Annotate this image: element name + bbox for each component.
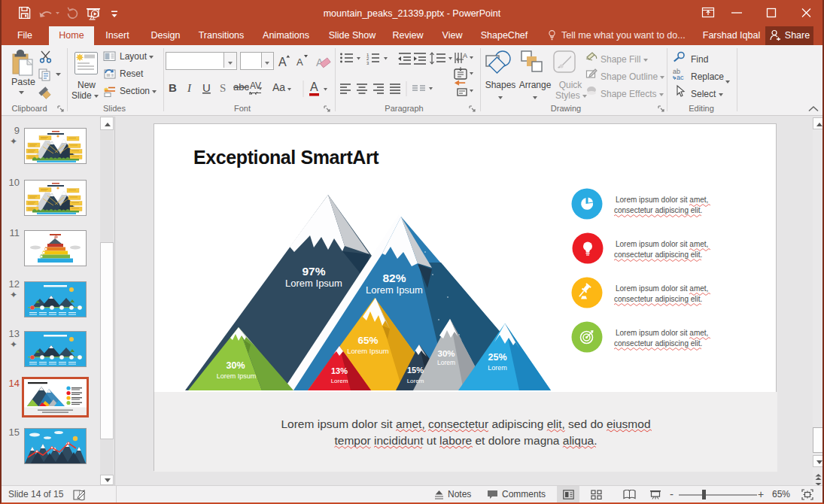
svg-text:Lorem ipsum dolor sit amet, co: Lorem ipsum dolor sit amet, consectetur …	[281, 417, 650, 430]
svg-text:82%: 82%	[382, 272, 406, 284]
svg-text:15%: 15%	[407, 366, 424, 375]
svg-text:Lorem Ipsum: Lorem Ipsum	[366, 284, 423, 296]
svg-text:Lorem ipsum dolor sit amet,: Lorem ipsum dolor sit amet,	[616, 240, 708, 248]
svg-text:AV: AV	[250, 80, 261, 91]
svg-text:abc: abc	[233, 81, 249, 93]
svg-text:30%: 30%	[226, 360, 245, 371]
svg-text:Lorem ipsum dolor sit amet,: Lorem ipsum dolor sit amet,	[616, 284, 708, 293]
svg-text:A: A	[278, 56, 287, 68]
svg-text:U: U	[202, 81, 211, 94]
svg-text:Lorem Ipsum: Lorem Ipsum	[347, 347, 389, 355]
svg-text:Paste: Paste	[11, 77, 35, 87]
svg-text:A: A	[463, 52, 467, 59]
svg-text:Lorem: Lorem	[437, 359, 455, 366]
svg-text:A: A	[310, 80, 318, 93]
svg-text:tempor incididunt ut labore et: tempor incididunt ut labore et dolore ma…	[335, 434, 597, 447]
svg-text:consectetur adipiscing elit.: consectetur adipiscing elit.	[614, 250, 702, 259]
svg-text:25%: 25%	[488, 352, 506, 363]
svg-text:S: S	[220, 82, 226, 94]
svg-text:Aa: Aa	[272, 81, 285, 93]
svg-text:65%: 65%	[357, 335, 378, 346]
svg-text:3: 3	[366, 61, 369, 65]
svg-text:97%: 97%	[302, 265, 325, 278]
svg-text:Lorem: Lorem	[407, 378, 424, 384]
svg-text:consectetur adipiscing elit.: consectetur adipiscing elit.	[614, 206, 702, 214]
svg-text:consectetur adipiscing elit.: consectetur adipiscing elit.	[614, 339, 702, 348]
svg-text:consectetur adipiscing elit.: consectetur adipiscing elit.	[614, 295, 702, 303]
svg-text:A: A	[296, 56, 303, 68]
svg-text:Lorem: Lorem	[488, 364, 507, 372]
svg-text:Lorem ipsum dolor sit amet,: Lorem ipsum dolor sit amet,	[616, 196, 708, 204]
svg-text:13%: 13%	[331, 366, 348, 375]
svg-text:B: B	[169, 81, 177, 94]
svg-text:I: I	[187, 82, 192, 94]
svg-text:Lorem Ipsum: Lorem Ipsum	[217, 372, 257, 380]
svg-text:Lorem: Lorem	[331, 378, 348, 384]
svg-text:30%: 30%	[437, 349, 455, 358]
svg-text:Lorem Ipsum: Lorem Ipsum	[285, 278, 342, 289]
svg-text:ac: ac	[677, 74, 684, 81]
svg-text:Lorem ipsum dolor sit amet,: Lorem ipsum dolor sit amet,	[616, 329, 708, 337]
